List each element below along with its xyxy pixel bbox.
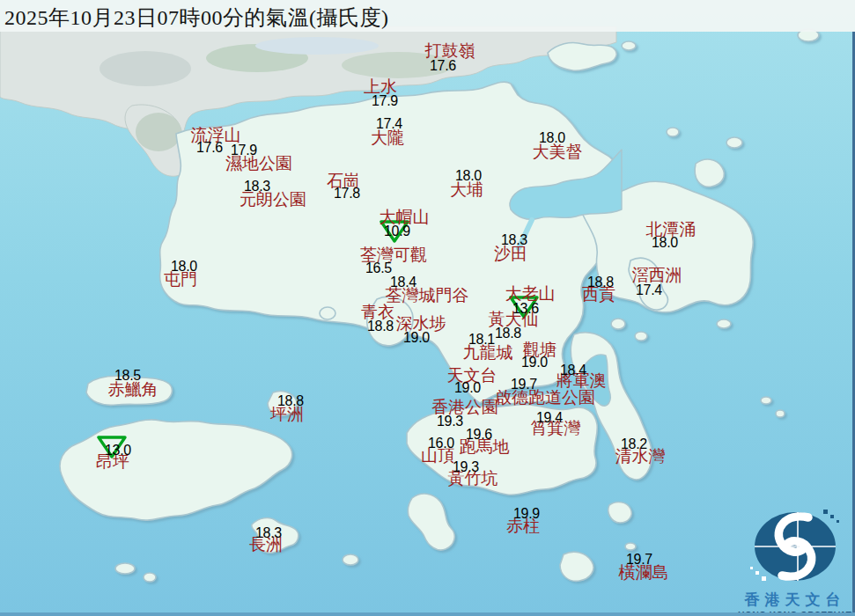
station-temp-value: 16.0 (428, 436, 454, 451)
station-temp-value: 18.4 (560, 363, 586, 378)
station-name-label: 大老山 (505, 285, 556, 302)
station-temp-value: 18.1 (468, 333, 495, 347)
station-name-label: 大帽山 (380, 209, 430, 225)
station-name-label: 大隴 (371, 129, 404, 146)
station-temp-value: 18.2 (621, 437, 647, 451)
station-temp-value: 18.3 (255, 526, 282, 540)
station-temp-value: 18.8 (587, 275, 614, 290)
station-temp-value: 10.9 (384, 224, 410, 238)
station-temp-value: 18.0 (171, 260, 197, 274)
station-name-label: 大美督 (533, 143, 583, 160)
station-temp-value: 19.4 (536, 411, 563, 425)
station-temp-value: 13.0 (105, 444, 131, 458)
station-temp-value: 17.8 (334, 187, 360, 201)
station-temp-value: 17.4 (376, 117, 402, 131)
station-temp-value: 17.9 (372, 94, 398, 108)
station-temp-value: 18.8 (277, 394, 304, 408)
station-temp-value: 18.8 (495, 326, 521, 341)
station-temp-value: 18.8 (367, 319, 394, 334)
map-bottom-border (0, 612, 855, 616)
station-temp-value: 18.0 (539, 131, 565, 145)
station-temp-value: 19.6 (466, 428, 492, 442)
station-temp-value: 17.6 (430, 59, 456, 73)
station-temp-value: 17.9 (231, 143, 257, 158)
station-temp-value: 19.3 (453, 460, 479, 474)
station-temp-value: 18.5 (114, 369, 141, 383)
station-temp-value: 18.4 (390, 275, 416, 290)
station-name-label: 香港公園 (431, 399, 498, 415)
station-name-label: 沙田 (494, 246, 527, 262)
station-name-label: 青衣 (361, 304, 394, 320)
station-name-label: 大埔 (450, 181, 483, 198)
station-temp-value: 18.0 (455, 169, 482, 183)
station-temp-value: 19.0 (403, 331, 430, 345)
station-temp-value: 17.4 (636, 283, 662, 297)
station-temp-value: 13.6 (512, 302, 539, 316)
station-temp-value: 19.0 (454, 381, 481, 395)
station-temp-value: 19.9 (513, 507, 540, 521)
station-temp-value: 18.3 (501, 233, 527, 247)
station-name-label: 赤鱲角 (108, 381, 158, 398)
station-name-label: 打鼓嶺 (425, 42, 475, 59)
station-temp-value: 19.7 (511, 378, 537, 392)
station-temp-value: 19.7 (626, 553, 652, 567)
station-name-label: 上水 (364, 78, 397, 95)
station-temp-value: 18.3 (244, 180, 270, 194)
hko-logo-chinese-name: 香港天文台 (738, 590, 852, 610)
hong-kong-map (0, 0, 855, 616)
station-name-label: 滘西洲 (632, 267, 682, 283)
station-temp-value: 19.3 (437, 414, 463, 429)
hko-logo: 香港天文台 HONG KONG OBSERVATORY (738, 509, 852, 614)
station-temp-value: 16.5 (365, 261, 392, 275)
hko-logo-icon (738, 509, 852, 584)
station-temp-value: 18.0 (652, 236, 678, 250)
station-name-label: 深水埗 (396, 315, 446, 332)
temperature-map-screen: 2025年10月23日07時00分的氣溫(攝氏度) 打鼓嶺17.6上水17.9大… (0, 0, 855, 616)
station-temp-value: 19.0 (521, 356, 548, 370)
map-title: 2025年10月23日07時00分的氣溫(攝氏度) (4, 4, 388, 32)
station-temp-value: 17.6 (196, 141, 223, 155)
